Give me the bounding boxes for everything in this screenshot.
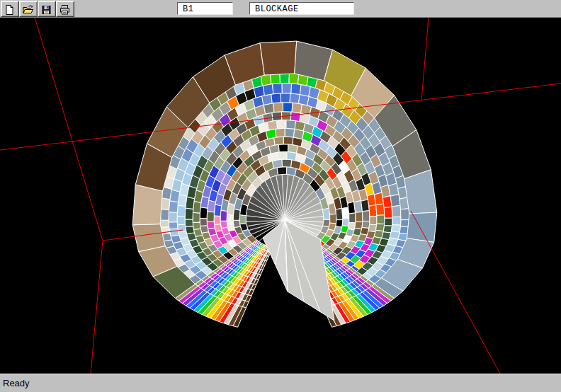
block-cell [193, 222, 200, 229]
application-window: Ready [0, 0, 561, 392]
block-cell [355, 221, 363, 229]
block-cell [356, 212, 363, 221]
axis-line [411, 211, 500, 374]
block-cell [277, 151, 287, 159]
block-cell [336, 220, 343, 227]
block-cell [277, 167, 287, 175]
block-cell [273, 83, 283, 94]
block-cell [214, 216, 220, 224]
block-cell [273, 103, 283, 113]
block-cell [227, 214, 233, 224]
save-floppy-icon [40, 4, 52, 16]
block-cell [260, 41, 297, 75]
block-cell [289, 73, 299, 83]
block-cell [278, 144, 288, 152]
block-cell [280, 93, 290, 103]
block-cell [283, 103, 293, 112]
axis-line [421, 18, 429, 100]
block-cell [282, 83, 292, 93]
block-cell [271, 93, 281, 103]
status-bar: Ready [0, 374, 561, 392]
block-model-scene [0, 18, 561, 374]
block-cell [384, 207, 392, 218]
block-cell [376, 224, 385, 231]
block-cell [336, 208, 343, 219]
block-cell [239, 215, 246, 224]
block-cell [276, 128, 285, 137]
block-cell [177, 217, 185, 225]
block-cell [370, 217, 377, 225]
axis-line [91, 241, 103, 374]
save-file-button[interactable] [38, 1, 56, 17]
block-cell [274, 137, 284, 145]
block-cell [207, 221, 215, 229]
block-cell [283, 137, 293, 144]
display-mode-field[interactable] [249, 2, 354, 15]
axis-line [35, 18, 103, 241]
toolbar [0, 0, 561, 18]
block-cell [280, 73, 289, 83]
block-cell [342, 219, 349, 226]
block-cell [277, 120, 286, 128]
block-cell [377, 215, 385, 224]
block-cell [385, 218, 392, 226]
open-folder-icon [22, 4, 34, 16]
block-cell [349, 213, 356, 223]
block-cell [207, 212, 214, 222]
block-cell [177, 205, 186, 217]
block-cell [169, 212, 177, 222]
status-text: Ready [3, 378, 30, 388]
open-file-button[interactable] [19, 1, 38, 17]
block-name-field[interactable] [177, 2, 233, 15]
block-cell [220, 210, 227, 221]
block-cell [200, 207, 208, 219]
block-cell [407, 212, 437, 242]
block-cell [290, 93, 300, 103]
block-cell [272, 112, 282, 121]
block-cell [362, 221, 370, 228]
block-cell [169, 201, 178, 213]
block-cell [185, 208, 193, 219]
block-cell [132, 185, 162, 225]
block-cell [286, 120, 296, 129]
block-cell [400, 209, 409, 220]
block-cell [160, 220, 169, 227]
block-cell [185, 219, 193, 226]
block-cell [376, 204, 385, 216]
printer-icon [59, 4, 71, 16]
block-cell [285, 128, 295, 137]
block-cell [169, 222, 178, 229]
viewport-3d[interactable] [0, 18, 561, 374]
new-document-button[interactable] [1, 1, 19, 17]
block-cell [392, 217, 401, 225]
block-cell [391, 225, 400, 233]
block-cell [282, 159, 292, 167]
block-cell [291, 83, 301, 95]
block-cell [369, 205, 377, 217]
block-cell [193, 212, 200, 222]
block-cell [200, 219, 207, 226]
block-cell [392, 205, 401, 217]
block-cell [330, 214, 336, 224]
new-document-icon [4, 4, 16, 16]
block-cell [363, 211, 370, 221]
print-button[interactable] [56, 1, 74, 17]
